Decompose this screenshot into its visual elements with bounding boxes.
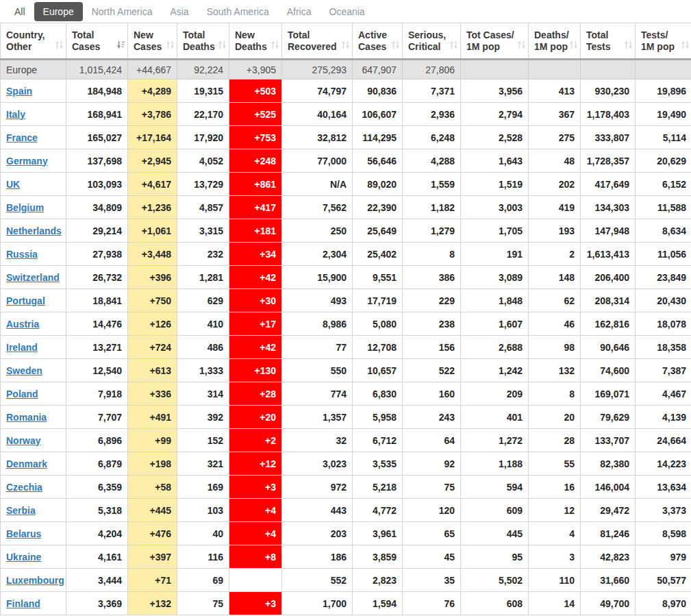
- cell-total-deaths: 17,920: [177, 126, 229, 149]
- cell-deaths-1m: 132: [529, 359, 581, 382]
- country-link[interactable]: Czechia: [6, 482, 42, 493]
- country-link[interactable]: Spain: [6, 86, 32, 97]
- column-label-line2: Cases: [134, 41, 164, 53]
- country-link[interactable]: Germany: [6, 156, 48, 167]
- column-header-total-recovered[interactable]: TotalRecovered: [282, 23, 353, 60]
- table-row: Czechia6,359+58169+39725,2187559416146,0…: [1, 476, 691, 499]
- column-header-deaths-1m[interactable]: Deaths/1M pop: [529, 23, 581, 60]
- column-header-total-tests[interactable]: TotalTests: [581, 23, 636, 60]
- country-link[interactable]: Denmark: [6, 458, 47, 469]
- sort-both-icon: [218, 40, 227, 52]
- table-row: Portugal18,841+750629+3049317,7192291,84…: [1, 289, 691, 312]
- tab-europe[interactable]: Europe: [34, 2, 83, 21]
- cell-serious-critical: 120: [403, 499, 461, 522]
- column-label-line2: 1M pop: [466, 41, 516, 53]
- cell-serious-critical: 65: [403, 522, 461, 545]
- tab-north-america[interactable]: North America: [83, 2, 162, 21]
- country-link[interactable]: Ukraine: [6, 552, 41, 563]
- cell-tot-cases-1m: 5,502: [461, 569, 529, 592]
- cell-active-cases: 5,958: [353, 406, 403, 429]
- country-link[interactable]: Romania: [6, 412, 47, 423]
- column-header-new-cases[interactable]: NewCases: [128, 23, 177, 60]
- country-link[interactable]: Belarus: [6, 528, 41, 539]
- column-header-total-deaths[interactable]: TotalDeaths: [177, 23, 229, 60]
- column-header-total-cases[interactable]: TotalCases: [66, 23, 128, 60]
- cell-new-cases: +724: [128, 336, 177, 359]
- cell-new-cases: +476: [128, 522, 177, 545]
- country-link[interactable]: Portugal: [6, 295, 45, 306]
- cell-serious-critical: 6,248: [403, 126, 461, 149]
- country-link[interactable]: Italy: [6, 109, 25, 120]
- cell-new-cases: +4,289: [128, 79, 177, 103]
- cell-tests-1m: 5,114: [636, 126, 691, 149]
- cell-serious-critical: 243: [403, 406, 461, 429]
- cell-active-cases: 3,535: [353, 452, 403, 476]
- country-link[interactable]: Austria: [6, 319, 39, 330]
- country-link[interactable]: Poland: [6, 389, 38, 399]
- column-header-new-deaths[interactable]: NewDeaths: [229, 23, 282, 60]
- country-link[interactable]: Ireland: [6, 342, 38, 353]
- country-link[interactable]: France: [6, 132, 38, 143]
- cell-active-cases: 6,712: [353, 429, 403, 452]
- tab-africa[interactable]: Africa: [278, 2, 321, 21]
- cell-total-cases: 26,732: [66, 266, 128, 289]
- country-link[interactable]: Norway: [6, 435, 41, 446]
- cell-total-tests: 134,303: [581, 196, 636, 219]
- column-label-line2: 1M pop: [641, 41, 679, 53]
- column-header-tot-cases-1m[interactable]: Tot Cases/1M pop: [461, 23, 529, 60]
- country-link[interactable]: UK: [6, 179, 20, 190]
- cell-country: Germany: [1, 149, 66, 173]
- cell-tot-cases-1m: 3,089: [461, 266, 529, 289]
- tab-asia[interactable]: Asia: [161, 2, 197, 21]
- cell-total-recovered: 250: [282, 219, 353, 243]
- cell-total-recovered: 1,357: [282, 406, 353, 429]
- country-link[interactable]: Switzerland: [6, 272, 60, 283]
- country-link[interactable]: Serbia: [6, 505, 36, 516]
- cell-total-deaths: 4,857: [177, 196, 229, 219]
- sort-both-icon: [681, 40, 690, 52]
- cell-tests-1m: 20,430: [636, 289, 691, 312]
- cell-new-cases: +71: [128, 569, 177, 592]
- cell-active-cases: 6,830: [353, 382, 403, 406]
- cell-serious-critical: 92: [403, 452, 461, 476]
- sort-both-icon: [517, 40, 526, 52]
- cell-deaths-1m: 16: [529, 476, 581, 499]
- cell-total-cases: 18,841: [66, 289, 128, 312]
- cell-country: Norway: [1, 429, 66, 452]
- table-row: Spain184,948+4,28919,315+50374,79790,836…: [1, 79, 691, 103]
- column-header-active-cases[interactable]: ActiveCases: [353, 23, 403, 60]
- cell-new-deaths: [229, 569, 282, 592]
- country-link[interactable]: Luxembourg: [6, 575, 64, 586]
- column-header-serious-critical[interactable]: Serious,Critical: [403, 23, 461, 60]
- column-label-line1: Total: [72, 29, 115, 41]
- cell-total-tests: 82,380: [581, 452, 636, 476]
- table-row: Belarus4,204+47640+42033,96165445481,246…: [1, 522, 691, 545]
- cell-new-deaths: +525: [229, 103, 282, 126]
- cell-total-tests: 79,629: [581, 406, 636, 429]
- cell-new-cases: +17,164: [128, 126, 177, 149]
- cell-active-cases: 3,961: [353, 522, 403, 545]
- column-label-line2: Other: [6, 41, 53, 53]
- cell-country: UK: [1, 173, 66, 196]
- column-header-country[interactable]: Country,Other: [1, 23, 66, 60]
- country-link[interactable]: Finland: [6, 598, 40, 609]
- cell-deaths-1m: 4: [529, 522, 581, 545]
- country-link[interactable]: Belgium: [6, 202, 44, 213]
- country-link[interactable]: Netherlands: [6, 225, 62, 236]
- cell-new-deaths: +28: [229, 382, 282, 406]
- cell-serious-critical: 2,936: [403, 103, 461, 126]
- continent-tabs: AllEuropeNorth AmericaAsiaSouth AmericaA…: [0, 0, 691, 23]
- cell-active-cases: 114,295: [353, 126, 403, 149]
- tab-all[interactable]: All: [5, 2, 34, 21]
- tab-oceania[interactable]: Oceania: [321, 2, 374, 21]
- cell-tot-cases-1m: 95: [461, 545, 529, 569]
- cell-total-recovered: 15,900: [282, 266, 353, 289]
- tab-south-america[interactable]: South America: [198, 2, 278, 21]
- cell-total-recovered: 774: [282, 382, 353, 406]
- country-link[interactable]: Sweden: [6, 365, 42, 376]
- country-link[interactable]: Russia: [6, 249, 38, 260]
- cell-tot-cases-1m: 209: [461, 382, 529, 406]
- cell-country: Belarus: [1, 522, 66, 545]
- cell-country: Finland: [1, 592, 66, 615]
- column-header-tests-1m[interactable]: Tests/1M pop: [636, 23, 691, 60]
